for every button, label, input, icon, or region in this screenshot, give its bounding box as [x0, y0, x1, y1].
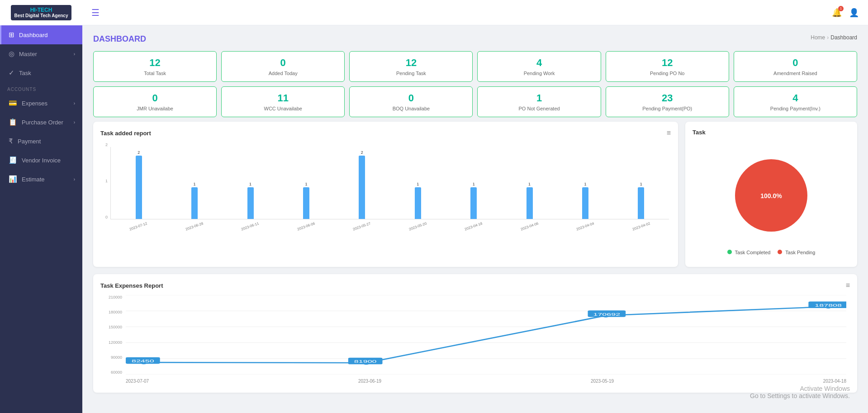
pie-chart-container: 100.0% Task Completed Task Pending	[693, 141, 850, 260]
master-icon: ◎	[9, 50, 14, 58]
bar	[415, 187, 421, 219]
y-label-2: 2	[105, 142, 108, 147]
bar	[638, 187, 644, 219]
stat-card-5[interactable]: 0Amendment Raised	[734, 51, 857, 82]
bar-col-6: 1	[446, 182, 501, 219]
accounts-section-label: ACCOUNTS	[0, 82, 82, 94]
y-label-90000: 90000	[111, 355, 122, 360]
stat-value: 0	[354, 92, 468, 104]
bar	[526, 187, 533, 219]
stat-label: WCC Unavailabe	[226, 106, 340, 111]
estimate-icon: 📊	[9, 175, 17, 183]
legend-completed-dot	[727, 250, 732, 254]
y-label-1: 1	[105, 179, 108, 183]
task-icon: ✓	[9, 69, 14, 77]
line-polyline	[144, 307, 828, 363]
bar-chart-card: Task added report ≡ 2 1 0 2111211111 202…	[93, 122, 678, 267]
stat-value: 12	[354, 57, 468, 69]
chevron-right-icon: ›	[74, 177, 75, 182]
stat-label: JMR Unavailabe	[98, 106, 212, 111]
pie-legend: Task Completed Task Pending	[727, 250, 816, 255]
bar	[582, 187, 588, 219]
stat-value: 23	[611, 92, 724, 104]
stat-label: BOQ Unavailabe	[354, 106, 468, 111]
y-label-150000: 150000	[109, 325, 122, 329]
bar-col-0: 2	[111, 150, 166, 219]
bar-col-8: 1	[557, 182, 613, 219]
x-labels-line: 2023-07-07 2023-06-19 2023-05-19 2023-04…	[126, 379, 846, 384]
sidebar-item-estimate[interactable]: 📊 Estimate ›	[0, 170, 82, 189]
stat-card-2[interactable]: 12Pending Task	[349, 51, 473, 82]
stat-value: 11	[226, 92, 340, 104]
stat-value: 4	[739, 92, 852, 104]
sidebar-item-task[interactable]: ✓ Task	[0, 63, 82, 82]
sidebar-item-label: Master	[19, 51, 37, 57]
stat-card-4[interactable]: 23Pending Payment(PO)	[606, 86, 729, 117]
stat-card-5[interactable]: 4Pending Payment(Inv.)	[734, 86, 857, 117]
charts-row: Task added report ≡ 2 1 0 2111211111 202…	[93, 122, 857, 267]
stat-label: Total Task	[98, 71, 212, 76]
vendor-invoice-icon: 🧾	[9, 156, 17, 164]
bar-col-5: 1	[390, 182, 446, 219]
bar-col-1: 1	[166, 182, 222, 219]
line-svg: 82450 81900 170692 187808	[126, 295, 846, 375]
sidebar-item-master[interactable]: ◎ Master ›	[0, 44, 82, 63]
bar	[136, 156, 142, 219]
bar-col-7: 1	[502, 182, 557, 219]
user-icon[interactable]: 👤	[849, 8, 859, 18]
stat-label: Pending Work	[482, 71, 596, 76]
breadcrumb-home[interactable]: Home	[811, 34, 825, 41]
stat-card-3[interactable]: 1PO Not Generated	[477, 86, 601, 117]
chevron-right-icon: ›	[74, 101, 75, 106]
topbar-right: 🔔 1 👤	[832, 8, 859, 18]
chevron-right-icon: ›	[74, 52, 75, 57]
stat-card-2[interactable]: 0BOQ Unavailabe	[349, 86, 473, 117]
bar-chart-menu-icon[interactable]: ≡	[667, 129, 671, 137]
logo-box: HI-TECH Best Digital Tech Agency	[11, 5, 72, 20]
stat-value: 0	[739, 57, 852, 69]
x-label-3: 2023-05-19	[591, 379, 614, 384]
topbar-left: ☰	[91, 7, 100, 18]
bar-value-label: 1	[417, 182, 419, 186]
stat-card-1[interactable]: 0Added Today	[221, 51, 345, 82]
bar-value-label: 1	[640, 182, 642, 186]
stat-card-3[interactable]: 4Pending Work	[477, 51, 601, 82]
stat-value: 0	[98, 92, 212, 104]
x-label-2: 2023-06-19	[358, 379, 381, 384]
bar	[247, 187, 254, 219]
bar-value-label: 1	[305, 182, 307, 186]
y-label-0: 0	[105, 215, 108, 219]
hamburger-icon[interactable]: ☰	[91, 7, 100, 18]
sidebar-item-label: Estimate	[22, 176, 45, 183]
sidebar-item-label: Payment	[18, 138, 41, 145]
sidebar-item-label: Vendor Invoice	[22, 157, 61, 164]
line-chart-menu-icon[interactable]: ≡	[846, 281, 850, 290]
bars-container: 2111211111	[110, 147, 669, 219]
breadcrumb-current: Dashboard	[830, 34, 857, 41]
stat-label: Pending Payment(PO)	[611, 106, 724, 111]
stat-card-0[interactable]: 12Total Task	[93, 51, 217, 82]
y-label-60000: 60000	[111, 370, 122, 375]
bar-chart-title: Task added report ≡	[100, 129, 671, 137]
sidebar-logo: HI-TECH Best Digital Tech Agency	[0, 0, 82, 25]
stat-card-4[interactable]: 12Pending PO No	[606, 51, 729, 82]
legend-completed: Task Completed	[727, 250, 771, 255]
line-label-3: 170692	[593, 312, 620, 316]
line-label-2: 81900	[354, 359, 377, 364]
pie-chart-card: Task 100.0% Task Completed	[685, 122, 857, 267]
topbar: ☰ 🔔 1 👤	[82, 0, 868, 25]
notification-icon[interactable]: 🔔 1	[832, 8, 842, 18]
pie-chart-title: Task	[693, 129, 850, 136]
line-chart-area: 210000 180000 150000 120000 90000 60000	[100, 295, 850, 385]
sidebar-item-payment[interactable]: ₹ Payment	[0, 132, 82, 151]
stat-value: 12	[611, 57, 724, 69]
payment-icon: ₹	[9, 137, 13, 145]
sidebar-item-dashboard[interactable]: ⊞ Dashboard	[0, 25, 82, 44]
bar-col-3: 1	[278, 182, 334, 219]
sidebar-item-vendor-invoice[interactable]: 🧾 Vendor Invoice	[0, 151, 82, 170]
stat-card-1[interactable]: 11WCC Unavailabe	[221, 86, 345, 117]
sidebar-item-purchase-order[interactable]: 📋 Purchase Order ›	[0, 113, 82, 132]
sidebar-item-expenses[interactable]: 💳 Expenses ›	[0, 94, 82, 113]
stat-card-0[interactable]: 0JMR Unavailabe	[93, 86, 217, 117]
bar-value-label: 1	[249, 182, 251, 186]
